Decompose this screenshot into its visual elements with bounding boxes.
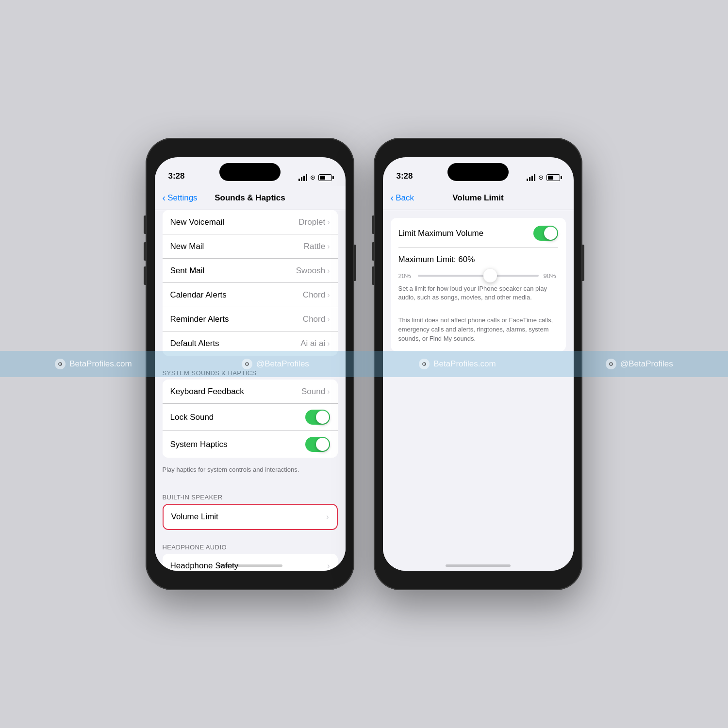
watermark-banner: ⚙ BetaProfiles.com ⚙ @BetaProfiles ⚙ Bet…: [0, 351, 728, 377]
list-item[interactable]: New Voicemail Droplet ›: [163, 210, 338, 234]
reminder-alerts-right: Chord ›: [303, 314, 330, 324]
chevron-right-icon: ›: [327, 266, 330, 275]
headphone-safety-right: ›: [327, 562, 330, 570]
chevron-right-icon: ›: [327, 315, 330, 324]
chevron-right-icon: ›: [327, 242, 330, 251]
watermark-item-4: ⚙ @BetaProfiles: [606, 359, 673, 369]
battery-icon-right: [546, 174, 560, 181]
status-icons-left: ⊛: [298, 174, 332, 182]
limit-max-volume-toggle[interactable]: [533, 226, 558, 241]
alerts-group: New Voicemail Droplet › New Mail Rattle …: [163, 210, 338, 356]
lock-sound-item[interactable]: Lock Sound: [163, 404, 338, 431]
volume-slider-track[interactable]: [418, 275, 539, 277]
system-sounds-header: SYSTEM SOUNDS & HAPTICS: [155, 360, 346, 380]
keyboard-feedback-item[interactable]: Keyboard Feedback Sound ›: [163, 380, 338, 404]
divider: [398, 248, 558, 248]
keyboard-feedback-value: Sound: [301, 387, 325, 397]
list-item[interactable]: Reminder Alerts Chord ›: [163, 307, 338, 331]
back-button-left[interactable]: ‹ Settings: [163, 193, 198, 203]
time-right: 3:28: [397, 171, 413, 182]
new-mail-right: Rattle ›: [304, 242, 330, 251]
wifi-icon-right: ⊛: [538, 174, 544, 181]
keyboard-feedback-right: Sound ›: [301, 387, 330, 397]
home-indicator-left: [217, 564, 282, 567]
list-item[interactable]: Default Alerts Ai ai ai ›: [163, 331, 338, 356]
volume-description-2: This limit does not affect phone calls o…: [398, 316, 558, 344]
volume-card: Limit Maximum Volume Maximum Limit: 60% …: [391, 218, 566, 351]
volume-slider-container[interactable]: 20% 90%: [398, 272, 558, 280]
chevron-right-icon: ›: [327, 387, 330, 396]
chevron-right-icon: ›: [327, 339, 330, 348]
new-mail-label: New Mail: [170, 242, 204, 251]
system-haptics-item[interactable]: System Haptics: [163, 431, 338, 458]
chevron-right-icon: ›: [327, 562, 330, 570]
list-item[interactable]: Calendar Alerts Chord ›: [163, 283, 338, 307]
signal-icon-right: [527, 174, 535, 181]
new-voicemail-value: Droplet: [298, 217, 325, 227]
home-indicator-right: [446, 564, 511, 567]
sent-mail-right: Swoosh ›: [296, 266, 330, 276]
system-haptics-note: Play haptics for system controls and int…: [155, 462, 346, 484]
sent-mail-label: Sent Mail: [170, 266, 205, 276]
max-limit-text: Maximum Limit: 60%: [398, 255, 558, 265]
volume-limit-group: Volume Limit ›: [163, 504, 338, 530]
signal-icon-left: [298, 174, 307, 181]
left-screen: 3:28 ⊛ ‹ Settings Sounds & Haptics: [155, 157, 346, 571]
page-title-right: Volume Limit: [452, 193, 503, 203]
screen-content-right: Limit Maximum Volume Maximum Limit: 60% …: [383, 210, 574, 571]
slider-min-label: 20%: [398, 272, 413, 280]
watermark-text-4: @BetaProfiles: [620, 359, 673, 369]
volume-description-1: Set a limit for how loud your iPhone spe…: [398, 284, 558, 303]
new-voicemail-label: New Voicemail: [170, 217, 225, 227]
page-title-left: Sounds & Haptics: [215, 193, 285, 203]
back-label-right: Back: [396, 193, 414, 203]
lock-sound-label: Lock Sound: [170, 413, 214, 422]
back-label-left: Settings: [167, 193, 197, 203]
calendar-alerts-right: Chord ›: [303, 290, 330, 300]
back-chevron-right: ‹: [391, 192, 394, 203]
right-screen: 3:28 ⊛ ‹ Back Volume Limit: [383, 157, 574, 571]
limit-max-volume-row: Limit Maximum Volume: [398, 226, 558, 241]
calendar-alerts-label: Calendar Alerts: [170, 290, 227, 300]
watermark-logo-4: ⚙: [606, 359, 616, 369]
lock-sound-toggle[interactable]: [305, 410, 330, 425]
dynamic-island-left: [219, 163, 281, 181]
headphone-audio-group: Headphone Safety › Personalized Spatial …: [163, 554, 338, 571]
sent-mail-value: Swoosh: [296, 266, 325, 276]
system-sounds-group: Keyboard Feedback Sound › Lock Sound Sys…: [163, 380, 338, 458]
nav-bar-left: ‹ Settings Sounds & Haptics: [155, 186, 346, 210]
built-in-speaker-header: BUILT-IN SPEAKER: [155, 484, 346, 504]
back-button-right[interactable]: ‹ Back: [391, 193, 414, 203]
chevron-right-icon: ›: [327, 291, 330, 299]
time-left: 3:28: [168, 171, 185, 182]
volume-limit-item[interactable]: Volume Limit ›: [164, 505, 337, 529]
new-voicemail-right: Droplet ›: [298, 217, 330, 227]
nav-bar-right: ‹ Back Volume Limit: [383, 186, 574, 210]
list-item[interactable]: New Mail Rattle ›: [163, 234, 338, 259]
volume-limit-label: Volume Limit: [171, 512, 218, 522]
wifi-icon-left: ⊛: [310, 174, 315, 181]
default-alerts-right: Ai ai ai ›: [300, 339, 330, 348]
system-haptics-label: System Haptics: [170, 440, 228, 449]
watermark-item-1: ⚙ BetaProfiles.com: [55, 359, 132, 369]
volume-limit-right: ›: [326, 513, 329, 521]
reminder-alerts-label: Reminder Alerts: [170, 314, 229, 324]
headphone-audio-header: HEADPHONE AUDIO: [155, 534, 346, 554]
screen-content-left[interactable]: New Voicemail Droplet › New Mail Rattle …: [155, 210, 346, 571]
limit-max-volume-label: Limit Maximum Volume: [398, 229, 484, 238]
slider-max-label: 90%: [544, 272, 558, 280]
battery-icon-left: [318, 174, 332, 181]
list-item[interactable]: Sent Mail Swoosh ›: [163, 259, 338, 283]
headphone-safety-item[interactable]: Headphone Safety ›: [163, 554, 338, 571]
right-phone: 3:28 ⊛ ‹ Back Volume Limit: [374, 138, 582, 590]
system-haptics-toggle[interactable]: [305, 437, 330, 452]
reminder-alerts-value: Chord: [303, 314, 325, 324]
dynamic-island-right: [447, 163, 509, 181]
watermark-text-1: BetaProfiles.com: [69, 359, 132, 369]
left-phone: 3:28 ⊛ ‹ Settings Sounds & Haptics: [146, 138, 354, 590]
calendar-alerts-value: Chord: [303, 290, 325, 300]
new-mail-value: Rattle: [304, 242, 325, 251]
keyboard-feedback-label: Keyboard Feedback: [170, 387, 244, 397]
chevron-right-icon: ›: [327, 218, 330, 227]
volume-slider-thumb[interactable]: [483, 269, 497, 282]
